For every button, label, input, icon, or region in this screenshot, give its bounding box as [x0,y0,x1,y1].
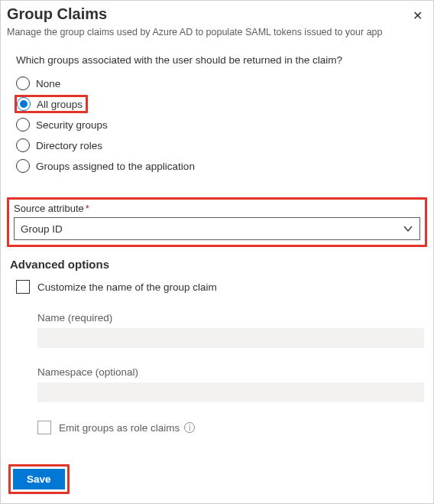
emit-roles-row: Emit groups as role claims i [37,421,427,434]
source-attribute-dropdown[interactable]: Group ID [14,217,420,240]
radio-row-none[interactable]: None [16,73,427,93]
radio-row-directory[interactable]: Directory roles [16,135,427,155]
radio-row-security[interactable]: Security groups [16,115,427,135]
close-icon: ✕ [413,9,423,22]
radio-assigned-label[interactable]: Groups assigned to the application [36,161,195,172]
close-button[interactable]: ✕ [408,5,427,27]
highlight-save: Save [8,464,70,494]
highlight-all-groups: All groups [15,95,88,113]
radio-all[interactable] [17,97,31,111]
chevron-down-icon [403,223,413,234]
groups-question: Which groups associated with the user sh… [16,54,427,66]
radio-none-label[interactable]: None [36,78,60,89]
source-attribute-value: Group ID [21,223,403,235]
emit-roles-checkbox [37,421,51,434]
radio-security[interactable] [16,118,30,132]
panel-subtitle: Manage the group claims used by Azure AD… [7,27,427,37]
customize-name-checkbox[interactable] [16,280,30,294]
highlight-source-attribute: Source attribute* Group ID [7,197,427,247]
source-attribute-label: Source attribute* [14,203,420,214]
radio-assigned[interactable] [16,159,30,173]
panel-header: Group Claims ✕ [7,5,427,27]
namespace-field-block: Namespace (optional) [37,366,427,402]
advanced-options-heading: Advanced options [10,258,427,271]
radio-security-label[interactable]: Security groups [36,119,108,131]
radio-row-assigned[interactable]: Groups assigned to the application [16,156,427,176]
radio-none[interactable] [16,76,30,90]
save-button[interactable]: Save [13,469,65,489]
namespace-field-label: Namespace (optional) [37,366,427,378]
group-claims-panel: Group Claims ✕ Manage the group claims u… [0,0,434,504]
source-attribute-label-text: Source attribute [14,203,84,214]
radio-directory[interactable] [16,138,30,152]
emit-roles-label: Emit groups as role claims [59,422,180,434]
required-mark: * [86,203,89,214]
customize-name-label[interactable]: Customize the name of the group claim [37,281,217,293]
namespace-input [37,382,424,402]
panel-title: Group Claims [7,5,408,23]
customize-name-row[interactable]: Customize the name of the group claim [16,280,427,294]
name-input [37,328,424,348]
radio-all-label[interactable]: All groups [37,99,83,110]
radio-directory-label[interactable]: Directory roles [36,140,102,151]
name-field-block: Name (required) [37,312,427,348]
groups-radio-group: None All groups Security groups Director… [16,73,427,176]
radio-row-all[interactable]: All groups [16,94,427,114]
info-icon[interactable]: i [184,422,195,433]
name-field-label: Name (required) [37,312,427,324]
